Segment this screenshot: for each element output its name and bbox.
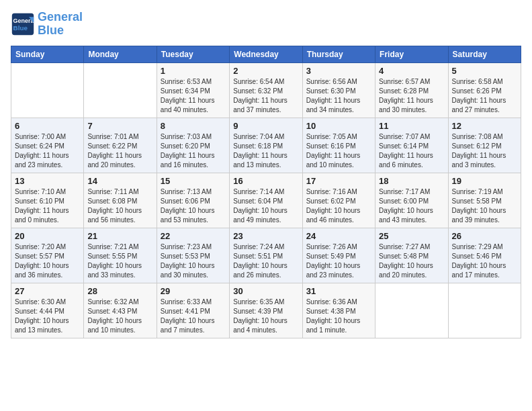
day-info: Sunrise: 7:07 AM Sunset: 6:14 PM Dayligh… [379, 132, 444, 170]
day-info: Sunrise: 7:19 AM Sunset: 5:58 PM Dayligh… [452, 187, 517, 225]
weekday-header-saturday: Saturday [448, 46, 521, 62]
day-number: 12 [452, 121, 517, 131]
day-number: 7 [87, 121, 152, 131]
day-info: Sunrise: 7:20 AM Sunset: 5:57 PM Dayligh… [15, 242, 80, 280]
day-info: Sunrise: 7:27 AM Sunset: 5:48 PM Dayligh… [379, 242, 444, 280]
calendar-cell: 20Sunrise: 7:20 AM Sunset: 5:57 PM Dayli… [11, 228, 84, 283]
weekday-header-sunday: Sunday [11, 46, 84, 62]
day-info: Sunrise: 7:17 AM Sunset: 6:00 PM Dayligh… [379, 187, 444, 225]
day-number: 3 [306, 66, 371, 76]
day-number: 25 [379, 231, 444, 241]
calendar-cell: 17Sunrise: 7:16 AM Sunset: 6:02 PM Dayli… [302, 173, 375, 228]
day-info: Sunrise: 7:10 AM Sunset: 6:10 PM Dayligh… [15, 187, 80, 225]
weekday-header-friday: Friday [375, 46, 448, 62]
day-info: Sunrise: 7:11 AM Sunset: 6:08 PM Dayligh… [87, 187, 152, 225]
day-number: 11 [379, 121, 444, 131]
calendar-cell: 22Sunrise: 7:23 AM Sunset: 5:53 PM Dayli… [157, 228, 229, 283]
day-info: Sunrise: 6:30 AM Sunset: 4:44 PM Dayligh… [15, 298, 80, 335]
calendar-cell: 1Sunrise: 6:53 AM Sunset: 6:34 PM Daylig… [157, 62, 229, 118]
calendar-cell: 9Sunrise: 7:04 AM Sunset: 6:18 PM Daylig… [230, 118, 302, 173]
day-info: Sunrise: 7:08 AM Sunset: 6:12 PM Dayligh… [452, 132, 517, 170]
day-number: 4 [379, 66, 444, 76]
calendar-week-3: 13Sunrise: 7:10 AM Sunset: 6:10 PM Dayli… [11, 173, 521, 228]
calendar-week-5: 27Sunrise: 6:30 AM Sunset: 4:44 PM Dayli… [11, 283, 521, 338]
day-info: Sunrise: 6:33 AM Sunset: 4:41 PM Dayligh… [161, 298, 226, 335]
calendar-cell: 18Sunrise: 7:17 AM Sunset: 6:00 PM Dayli… [375, 173, 448, 228]
day-info: Sunrise: 7:21 AM Sunset: 5:55 PM Dayligh… [87, 242, 152, 280]
day-info: Sunrise: 6:54 AM Sunset: 6:32 PM Dayligh… [233, 77, 298, 115]
day-number: 19 [452, 176, 517, 186]
calendar-cell [84, 62, 157, 118]
calendar-cell [11, 62, 84, 118]
day-info: Sunrise: 7:23 AM Sunset: 5:53 PM Dayligh… [161, 242, 226, 280]
calendar-cell: 5Sunrise: 6:58 AM Sunset: 6:26 PM Daylig… [448, 62, 521, 118]
day-number: 13 [15, 176, 80, 186]
weekday-header-monday: Monday [84, 46, 157, 62]
calendar-cell: 19Sunrise: 7:19 AM Sunset: 5:58 PM Dayli… [448, 173, 521, 228]
day-number: 17 [306, 176, 371, 186]
calendar-cell: 30Sunrise: 6:35 AM Sunset: 4:39 PM Dayli… [230, 283, 302, 338]
calendar-cell: 26Sunrise: 7:29 AM Sunset: 5:46 PM Dayli… [448, 228, 521, 283]
svg-text:Blue: Blue [13, 24, 28, 32]
calendar-cell: 24Sunrise: 7:26 AM Sunset: 5:49 PM Dayli… [302, 228, 375, 283]
calendar-cell: 29Sunrise: 6:33 AM Sunset: 4:41 PM Dayli… [157, 283, 229, 338]
calendar-cell: 25Sunrise: 7:27 AM Sunset: 5:48 PM Dayli… [375, 228, 448, 283]
calendar-cell: 15Sunrise: 7:13 AM Sunset: 6:06 PM Dayli… [157, 173, 229, 228]
day-info: Sunrise: 7:24 AM Sunset: 5:51 PM Dayligh… [233, 242, 298, 280]
day-number: 2 [233, 66, 298, 76]
calendar-cell: 2Sunrise: 6:54 AM Sunset: 6:32 PM Daylig… [230, 62, 302, 118]
weekday-header-tuesday: Tuesday [157, 46, 229, 62]
day-info: Sunrise: 6:36 AM Sunset: 4:38 PM Dayligh… [306, 298, 371, 335]
calendar-cell: 16Sunrise: 7:14 AM Sunset: 6:04 PM Dayli… [230, 173, 302, 228]
calendar-week-4: 20Sunrise: 7:20 AM Sunset: 5:57 PM Dayli… [11, 228, 521, 283]
calendar-week-2: 6Sunrise: 7:00 AM Sunset: 6:24 PM Daylig… [11, 118, 521, 173]
day-number: 28 [87, 286, 152, 296]
day-number: 1 [161, 66, 226, 76]
day-number: 9 [233, 121, 298, 131]
day-info: Sunrise: 6:56 AM Sunset: 6:30 PM Dayligh… [306, 77, 371, 115]
calendar-cell: 7Sunrise: 7:01 AM Sunset: 6:22 PM Daylig… [84, 118, 157, 173]
calendar-cell: 10Sunrise: 7:05 AM Sunset: 6:16 PM Dayli… [302, 118, 375, 173]
day-info: Sunrise: 6:58 AM Sunset: 6:26 PM Dayligh… [452, 77, 517, 115]
logo: General Blue GeneralBlue [11, 11, 83, 38]
calendar-cell: 28Sunrise: 6:32 AM Sunset: 4:43 PM Dayli… [84, 283, 157, 338]
day-info: Sunrise: 7:04 AM Sunset: 6:18 PM Dayligh… [233, 132, 298, 170]
day-number: 6 [15, 121, 80, 131]
calendar-cell: 13Sunrise: 7:10 AM Sunset: 6:10 PM Dayli… [11, 173, 84, 228]
logo-icon: General Blue [11, 12, 35, 36]
calendar-cell: 31Sunrise: 6:36 AM Sunset: 4:38 PM Dayli… [302, 283, 375, 338]
page-header: General Blue GeneralBlue [11, 11, 521, 38]
day-number: 26 [452, 231, 517, 241]
calendar-cell: 8Sunrise: 7:03 AM Sunset: 6:20 PM Daylig… [157, 118, 229, 173]
day-info: Sunrise: 6:32 AM Sunset: 4:43 PM Dayligh… [87, 298, 152, 335]
calendar-table: SundayMondayTuesdayWednesdayThursdayFrid… [11, 46, 521, 338]
day-info: Sunrise: 7:13 AM Sunset: 6:06 PM Dayligh… [161, 187, 226, 225]
day-number: 20 [15, 231, 80, 241]
calendar-cell: 27Sunrise: 6:30 AM Sunset: 4:44 PM Dayli… [11, 283, 84, 338]
day-number: 16 [233, 176, 298, 186]
day-info: Sunrise: 6:57 AM Sunset: 6:28 PM Dayligh… [379, 77, 444, 115]
calendar-cell: 14Sunrise: 7:11 AM Sunset: 6:08 PM Dayli… [84, 173, 157, 228]
day-number: 24 [306, 231, 371, 241]
day-number: 8 [161, 121, 226, 131]
day-info: Sunrise: 7:14 AM Sunset: 6:04 PM Dayligh… [233, 187, 298, 225]
day-info: Sunrise: 6:53 AM Sunset: 6:34 PM Dayligh… [161, 77, 226, 115]
logo-text: GeneralBlue [38, 11, 83, 38]
day-info: Sunrise: 7:01 AM Sunset: 6:22 PM Dayligh… [87, 132, 152, 170]
calendar-cell: 4Sunrise: 6:57 AM Sunset: 6:28 PM Daylig… [375, 62, 448, 118]
calendar-cell [448, 283, 521, 338]
day-number: 27 [15, 286, 80, 296]
calendar-header: SundayMondayTuesdayWednesdayThursdayFrid… [11, 46, 521, 62]
calendar-week-1: 1Sunrise: 6:53 AM Sunset: 6:34 PM Daylig… [11, 62, 521, 118]
day-number: 21 [87, 231, 152, 241]
day-number: 29 [161, 286, 226, 296]
calendar-cell: 21Sunrise: 7:21 AM Sunset: 5:55 PM Dayli… [84, 228, 157, 283]
day-info: Sunrise: 7:05 AM Sunset: 6:16 PM Dayligh… [306, 132, 371, 170]
day-number: 5 [452, 66, 517, 76]
weekday-header-thursday: Thursday [302, 46, 375, 62]
calendar-cell: 11Sunrise: 7:07 AM Sunset: 6:14 PM Dayli… [375, 118, 448, 173]
calendar-cell: 12Sunrise: 7:08 AM Sunset: 6:12 PM Dayli… [448, 118, 521, 173]
day-number: 22 [161, 231, 226, 241]
weekday-header-wednesday: Wednesday [230, 46, 302, 62]
day-number: 18 [379, 176, 444, 186]
